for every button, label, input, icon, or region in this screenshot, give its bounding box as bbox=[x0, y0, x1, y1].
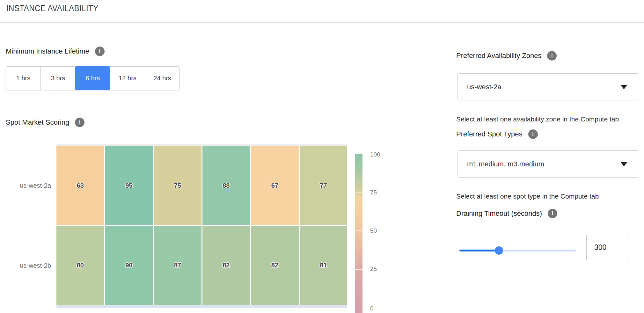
colorbar-tick: 0 bbox=[370, 304, 389, 313]
colorbar-tick: 100 bbox=[370, 150, 389, 159]
heatmap-cell: 90 bbox=[105, 226, 153, 305]
availability-zones-dropdown[interactable]: us-west-2a bbox=[457, 73, 639, 100]
heatmap-top-border bbox=[56, 144, 347, 146]
heatmap-cell: 77 bbox=[300, 146, 348, 225]
minimum-instance-lifetime-button-group: 1 hrs 3 hrs 6 hrs 12 hrs 24 hrs bbox=[6, 66, 180, 90]
slider-fill bbox=[459, 250, 499, 251]
colorbar-separator bbox=[355, 269, 362, 270]
info-icon[interactable]: i bbox=[95, 47, 105, 56]
header-divider bbox=[0, 22, 644, 23]
minimum-instance-lifetime-label: Minimum Instance Lifetime bbox=[6, 47, 89, 55]
instance-availability-panel: INSTANCE AVAILABILITY Minimum Instance L… bbox=[0, 0, 644, 313]
heatmap-cell: 75 bbox=[154, 146, 201, 225]
heatmap-cell: 82 bbox=[202, 226, 250, 305]
heatmap-row-label: us-west-2a bbox=[6, 181, 51, 190]
colorbar-separator bbox=[355, 230, 362, 231]
spot-types-helper: Select at least one spot type in the Com… bbox=[456, 193, 599, 200]
spot-types-dropdown[interactable]: m1.medium, m3.medium bbox=[457, 150, 639, 178]
draining-timeout-input[interactable] bbox=[586, 234, 629, 261]
heatmap-cell: 82 bbox=[251, 226, 299, 305]
heatmap-row-label: us-west-2b bbox=[6, 261, 51, 270]
preferred-availability-zones-label: Preferred Availability Zones bbox=[456, 52, 541, 60]
heatmap-cell: 88 bbox=[202, 146, 250, 225]
heatmap-cell: 95 bbox=[105, 146, 153, 225]
heatmap-colorbar bbox=[355, 154, 362, 313]
draining-timeout-slider[interactable] bbox=[459, 250, 576, 251]
heatmap-cell: 63 bbox=[56, 146, 104, 225]
colorbar-tick: 25 bbox=[370, 265, 389, 273]
heatmap-cell: 67 bbox=[251, 146, 299, 225]
slider-thumb[interactable] bbox=[495, 246, 503, 255]
spot-types-value: m1.medium, m3.medium bbox=[467, 160, 620, 168]
spot-scoring-heatmap: 63 95 75 88 67 77 80 90 87 82 82 81 bbox=[56, 146, 347, 305]
info-icon[interactable]: i bbox=[75, 118, 84, 127]
page-title: INSTANCE AVAILABILITY bbox=[6, 3, 99, 13]
draining-timeout-label: Draining Timeout (seconds) bbox=[456, 209, 542, 218]
colorbar-tick: 50 bbox=[370, 226, 389, 235]
info-icon[interactable]: i bbox=[528, 129, 538, 139]
heatmap-cell: 80 bbox=[56, 226, 104, 305]
chevron-down-icon bbox=[620, 85, 627, 89]
heatmap-cell: 87 bbox=[154, 226, 201, 305]
colorbar-separator bbox=[355, 192, 362, 193]
lifetime-option-12hrs[interactable]: 12 hrs bbox=[110, 66, 145, 90]
info-icon[interactable]: i bbox=[547, 51, 557, 61]
info-icon[interactable]: i bbox=[548, 209, 557, 218]
spot-market-scoring-label: Spot Market Scoring bbox=[6, 118, 69, 127]
lifetime-option-6hrs-selected[interactable]: 6 hrs bbox=[75, 66, 110, 90]
lifetime-option-24hrs[interactable]: 24 hrs bbox=[145, 66, 180, 90]
availability-zones-value: us-west-2a bbox=[467, 83, 620, 91]
preferred-spot-types-label: Preferred Spot Types bbox=[456, 130, 523, 138]
lifetime-option-3hrs[interactable]: 3 hrs bbox=[40, 66, 76, 90]
chevron-down-icon bbox=[620, 162, 627, 166]
availability-zones-helper: Select at least one availability zone in… bbox=[456, 115, 619, 123]
heatmap-cell: 81 bbox=[300, 226, 348, 305]
heatmap-bottom-border bbox=[56, 305, 347, 308]
lifetime-option-1hrs[interactable]: 1 hrs bbox=[6, 66, 41, 90]
colorbar-tick: 75 bbox=[370, 188, 389, 197]
